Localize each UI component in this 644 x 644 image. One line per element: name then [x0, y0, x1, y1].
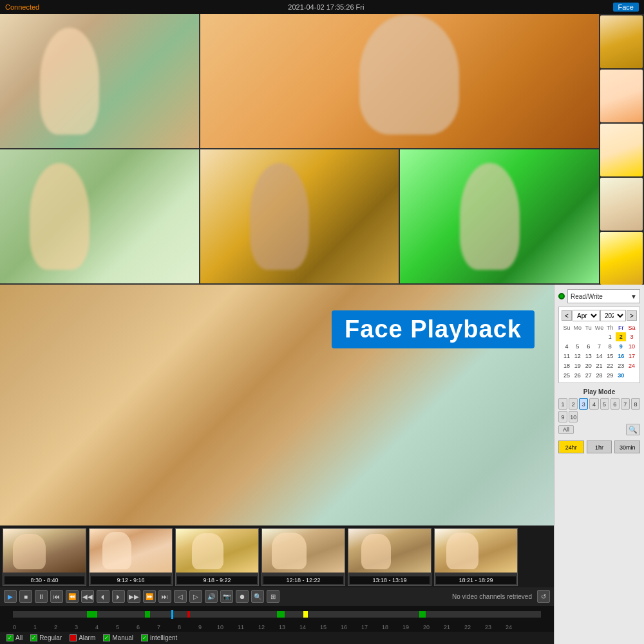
- cal-day-28[interactable]: 28: [594, 371, 605, 380]
- play-button[interactable]: ▶: [4, 590, 17, 603]
- cal-day-17[interactable]: 17: [627, 352, 637, 361]
- rw-select[interactable]: Read/Write ▼: [558, 289, 640, 304]
- cal-day-18[interactable]: 18: [562, 361, 572, 370]
- check-alarm[interactable]: Alarm: [70, 634, 95, 641]
- cal-day-12[interactable]: 12: [573, 352, 583, 361]
- rewind-button[interactable]: ⏮: [50, 590, 63, 603]
- pm-btn-1[interactable]: 1: [558, 398, 567, 410]
- check-regular[interactable]: ✓ Regular: [30, 634, 62, 641]
- fast-rewind-button[interactable]: ⏪: [66, 590, 79, 603]
- prev-month-button[interactable]: <: [562, 310, 572, 321]
- camera-cell-1[interactable]: [0, 14, 199, 148]
- timeline-track[interactable]: [13, 611, 541, 618]
- cal-day-13[interactable]: 13: [583, 352, 594, 361]
- checkbox-intelligent[interactable]: ✓: [141, 634, 148, 641]
- cal-day-16[interactable]: 16: [616, 352, 626, 361]
- slow-rewind-button[interactable]: ◀◀: [81, 590, 94, 603]
- checkbox-manual[interactable]: ✓: [103, 634, 110, 641]
- view-btn-24hr[interactable]: 24hr: [558, 440, 584, 453]
- cal-day-2[interactable]: 2: [616, 332, 626, 341]
- zoom-button[interactable]: 🔍: [251, 590, 264, 603]
- timeline-cursor[interactable]: [171, 610, 173, 619]
- thumb-item-3[interactable]: 9:18 - 9:22: [175, 528, 259, 586]
- cal-day-24[interactable]: 24: [627, 361, 637, 370]
- pm-btn-2[interactable]: 2: [569, 398, 578, 410]
- month-select[interactable]: Apr: [573, 310, 600, 321]
- cal-day-6[interactable]: 6: [583, 342, 594, 351]
- pm-btn-9[interactable]: 9: [558, 411, 567, 422]
- face-thumb-5[interactable]: [600, 232, 643, 285]
- cal-day-4[interactable]: 4: [562, 342, 572, 351]
- pm-btn-3[interactable]: 3: [579, 398, 588, 410]
- audio-button[interactable]: 🔊: [205, 590, 218, 603]
- cal-day-3[interactable]: 3: [627, 332, 637, 341]
- cal-day-26[interactable]: 26: [573, 371, 583, 380]
- stop-button[interactable]: ■: [19, 590, 32, 603]
- face-thumb-3[interactable]: [600, 124, 643, 176]
- cal-day-21[interactable]: 21: [594, 361, 605, 370]
- camera-cell-3[interactable]: [0, 149, 199, 283]
- check-intelligent[interactable]: ✓ intelligent: [141, 634, 177, 641]
- prev-frame-button[interactable]: ⏴: [97, 590, 109, 603]
- pm-btn-4[interactable]: 4: [589, 398, 598, 410]
- next-frame-button[interactable]: ⏵: [112, 590, 125, 603]
- thumb-item-5[interactable]: 13:18 - 13:19: [348, 528, 431, 586]
- cal-day-5[interactable]: 5: [573, 342, 583, 351]
- checkbox-regular[interactable]: ✓: [30, 634, 37, 641]
- face-thumb-4[interactable]: [600, 178, 643, 231]
- pause-button[interactable]: ⏸: [35, 590, 48, 603]
- camera-cell-2-large[interactable]: [200, 14, 599, 148]
- cal-day-22[interactable]: 22: [605, 361, 615, 370]
- pm-search-button[interactable]: 🔍: [626, 424, 640, 435]
- view-btn-30min[interactable]: 30min: [614, 440, 640, 453]
- cal-day-30[interactable]: 30: [616, 371, 626, 380]
- cal-day-1[interactable]: 1: [605, 332, 615, 341]
- view-btn-1hr[interactable]: 1hr: [587, 440, 612, 453]
- rw-radio[interactable]: [558, 293, 565, 299]
- next-month-button[interactable]: >: [627, 310, 637, 321]
- fast-forward-button[interactable]: ⏩: [143, 590, 156, 603]
- cal-day-14[interactable]: 14: [594, 352, 605, 361]
- cal-day-9[interactable]: 9: [616, 342, 626, 351]
- slow-forward-button[interactable]: ▶▶: [128, 590, 140, 603]
- cal-day-8[interactable]: 8: [605, 342, 615, 351]
- cal-day-7[interactable]: 7: [594, 342, 605, 351]
- cal-day-27[interactable]: 27: [583, 371, 594, 380]
- face-thumb-1[interactable]: [600, 15, 643, 68]
- cal-day-11[interactable]: 11: [562, 352, 572, 361]
- pm-btn-6[interactable]: 6: [611, 398, 620, 410]
- cal-day-20[interactable]: 20: [583, 361, 594, 370]
- fast-forward-end-button[interactable]: ⏭: [158, 590, 171, 603]
- face-thumb-2[interactable]: [600, 70, 643, 122]
- rw-dropdown[interactable]: Read/Write ▼: [567, 289, 640, 303]
- pm-btn-5[interactable]: 5: [600, 398, 609, 410]
- thumb-item-4[interactable]: 12:18 - 12:22: [261, 528, 345, 586]
- next-day-button[interactable]: ▷: [189, 590, 202, 603]
- thumb-item-1[interactable]: 8:30 - 8:40: [3, 528, 86, 586]
- video-area[interactable]: Face Playback: [0, 285, 554, 526]
- pm-btn-7[interactable]: 7: [621, 398, 630, 410]
- record-button[interactable]: ⏺: [236, 590, 249, 603]
- prev-day-button[interactable]: ◁: [174, 590, 187, 603]
- pm-btn-8[interactable]: 8: [631, 398, 640, 410]
- thumb-item-2[interactable]: 9:12 - 9:16: [89, 528, 173, 586]
- checkbox-all[interactable]: ✓: [6, 634, 14, 641]
- pm-all-button[interactable]: All: [558, 425, 574, 434]
- check-manual[interactable]: ✓ Manual: [103, 634, 133, 641]
- refresh-button[interactable]: ↺: [537, 590, 550, 603]
- camera-cell-4[interactable]: [200, 149, 399, 283]
- cal-day-10[interactable]: 10: [627, 342, 637, 351]
- cal-day-23[interactable]: 23: [616, 361, 626, 370]
- face-button[interactable]: Face: [613, 3, 639, 12]
- year-select[interactable]: 2021: [600, 310, 626, 321]
- snapshot-button[interactable]: 📷: [220, 590, 233, 603]
- cal-day-29[interactable]: 29: [605, 371, 615, 380]
- timeline-bar[interactable]: [0, 606, 554, 623]
- cal-day-25[interactable]: 25: [562, 371, 572, 380]
- check-all[interactable]: ✓ All: [6, 634, 23, 641]
- pm-btn-10[interactable]: 10: [569, 411, 578, 422]
- checkbox-alarm[interactable]: [70, 634, 77, 641]
- cal-day-15[interactable]: 15: [605, 352, 615, 361]
- cal-day-19[interactable]: 19: [573, 361, 583, 370]
- camera-cell-5[interactable]: [400, 149, 599, 283]
